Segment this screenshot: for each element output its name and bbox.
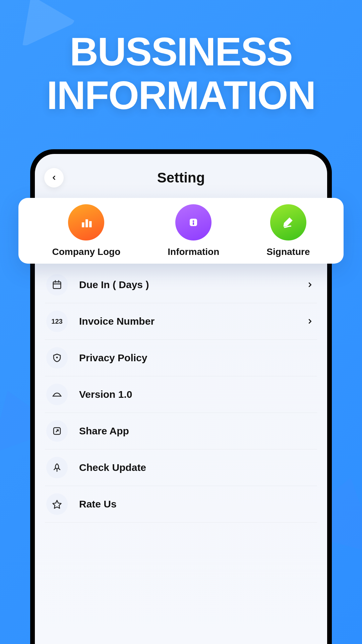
svg-point-4 bbox=[57, 357, 58, 358]
tile-label: Signature bbox=[266, 247, 310, 257]
business-info-card: Company LogoInformationSignature bbox=[18, 198, 344, 264]
tile-company-logo[interactable]: Company Logo bbox=[52, 204, 121, 257]
row-label: Check Update bbox=[79, 462, 314, 473]
tile-label: Company Logo bbox=[52, 247, 121, 257]
tile-label: Information bbox=[168, 247, 219, 257]
header: Setting bbox=[35, 154, 327, 196]
back-button[interactable] bbox=[44, 168, 64, 187]
svg-rect-13 bbox=[193, 222, 194, 225]
svg-rect-8 bbox=[82, 222, 84, 227]
row-invoice-number[interactable]: 123Invoice Number bbox=[45, 303, 317, 340]
row-icon-badge: 123 bbox=[46, 311, 68, 332]
chart-icon bbox=[68, 204, 104, 240]
row-label: Invoice Number bbox=[79, 316, 306, 327]
calendar-icon bbox=[52, 280, 62, 290]
hero-title: BUSSINESS INFORMATION bbox=[0, 30, 362, 117]
curve-icon bbox=[52, 389, 62, 399]
row-label: Rate Us bbox=[79, 498, 314, 510]
svg-rect-0 bbox=[53, 282, 61, 288]
row-icon-badge bbox=[46, 457, 68, 478]
chevron-right-icon bbox=[306, 281, 314, 288]
row-icon-badge bbox=[46, 493, 68, 515]
shield-icon bbox=[52, 353, 62, 363]
row-label: Privacy Policy bbox=[79, 352, 314, 364]
svg-rect-10 bbox=[89, 221, 92, 227]
hero-line1: BUSSINESS bbox=[0, 30, 362, 74]
chevron-left-icon bbox=[51, 174, 57, 181]
row-icon-badge bbox=[46, 347, 68, 369]
tile-information[interactable]: Information bbox=[168, 204, 219, 257]
info-icon bbox=[175, 204, 212, 240]
pen-icon bbox=[270, 204, 306, 240]
row-rate-us[interactable]: Rate Us bbox=[45, 486, 317, 523]
number-icon: 123 bbox=[51, 318, 62, 325]
rocket-icon bbox=[52, 463, 62, 473]
hero-line2: INFORMATION bbox=[0, 74, 362, 117]
row-label: Due In ( Days ) bbox=[79, 279, 306, 290]
svg-point-12 bbox=[193, 220, 194, 222]
row-icon-badge bbox=[46, 384, 68, 405]
svg-rect-9 bbox=[86, 219, 88, 227]
share-icon bbox=[52, 426, 62, 436]
row-due-in-days-[interactable]: Due In ( Days ) bbox=[45, 267, 317, 303]
row-label: Share App bbox=[79, 425, 314, 437]
row-share-app[interactable]: Share App bbox=[45, 413, 317, 449]
page-title: Setting bbox=[64, 170, 298, 186]
row-icon-badge bbox=[46, 420, 68, 442]
row-check-update[interactable]: Check Update bbox=[45, 449, 317, 486]
row-icon-badge bbox=[46, 274, 68, 296]
settings-list: Due In ( Days )123Invoice NumberPrivacy … bbox=[45, 267, 317, 644]
svg-marker-7 bbox=[53, 500, 61, 508]
tile-signature[interactable]: Signature bbox=[266, 204, 310, 257]
chevron-right-icon bbox=[306, 318, 314, 325]
row-version-1-0[interactable]: Version 1.0 bbox=[45, 376, 317, 413]
row-privacy-policy[interactable]: Privacy Policy bbox=[45, 340, 317, 376]
row-label: Version 1.0 bbox=[79, 389, 314, 400]
star-icon bbox=[52, 499, 62, 509]
